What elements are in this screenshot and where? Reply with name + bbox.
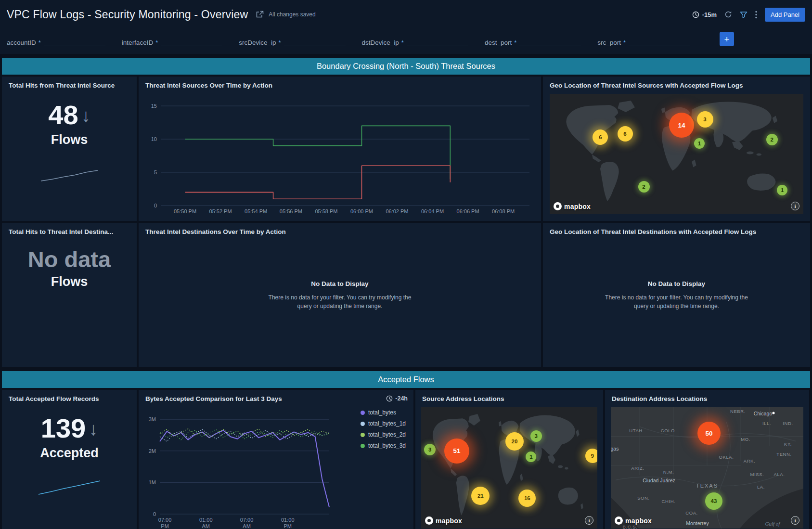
row-threat-destinations: Total Hits to Threat Intel Destina... No… xyxy=(2,223,810,367)
filter-bar: accountID* interfaceID* srcDevice_ip* ds… xyxy=(0,29,812,54)
map-bubble[interactable]: 43 xyxy=(705,492,722,510)
world-map[interactable]: mapbox i 351203192116 xyxy=(421,407,597,529)
stat-value: 48 xyxy=(48,102,78,129)
panel-time-range[interactable]: -24h xyxy=(386,395,408,402)
clock-icon xyxy=(692,11,699,18)
svg-text:01:00PM: 01:00PM xyxy=(281,517,295,529)
svg-text:0: 0 xyxy=(153,511,156,517)
map-bubble[interactable]: 1 xyxy=(694,138,705,149)
filter-input[interactable] xyxy=(407,39,468,46)
map-bubble[interactable]: 2 xyxy=(766,134,778,145)
map-bubble[interactable]: 1 xyxy=(526,452,536,462)
filter-src-port[interactable]: src_port* xyxy=(597,39,690,46)
filter-label: interfaceID xyxy=(122,39,153,46)
no-data-text: query or updating the time range. xyxy=(634,302,719,310)
panel-title: Total Hits to Threat Intel Destina... xyxy=(2,223,137,235)
stat-unit: Flows xyxy=(51,132,88,147)
svg-text:05:58 PM: 05:58 PM xyxy=(315,208,337,214)
panel-total-hits-dest: Total Hits to Threat Intel Destina... No… xyxy=(2,223,137,367)
filter-icon[interactable] xyxy=(740,11,748,18)
required-asterisk: * xyxy=(39,39,41,46)
required-asterisk: * xyxy=(278,39,281,46)
kebab-menu-icon[interactable] xyxy=(755,11,757,19)
filter-input[interactable] xyxy=(284,39,346,46)
map-bubble[interactable]: 1 xyxy=(777,185,787,195)
filter-srcdevice-ip[interactable]: srcDevice_ip* xyxy=(239,39,345,46)
mapbox-logo-icon xyxy=(554,202,562,210)
required-asterisk: * xyxy=(514,39,516,46)
mapbox-attribution[interactable]: mapbox xyxy=(425,516,462,525)
legend-swatch xyxy=(361,411,365,415)
filter-dstdevice-ip[interactable]: dstDevice_ip* xyxy=(362,39,468,46)
trend-down-icon: ↓ xyxy=(89,420,98,438)
map-bubble[interactable]: 6 xyxy=(593,129,608,145)
info-icon[interactable]: i xyxy=(585,516,593,525)
panel-time-label: -24h xyxy=(395,395,408,402)
filter-label: dest_port xyxy=(485,39,512,46)
refresh-icon[interactable] xyxy=(724,11,732,18)
legend-item[interactable]: total_bytes xyxy=(361,409,406,416)
no-data-message: No Data to Display There is no data for … xyxy=(139,223,541,367)
svg-text:06:08 PM: 06:08 PM xyxy=(492,208,515,214)
map-bubble[interactable]: 3 xyxy=(697,111,713,128)
add-panel-button[interactable]: Add Panel xyxy=(765,8,805,22)
map-bubble[interactable]: 21 xyxy=(471,487,490,505)
filter-interfaceid[interactable]: interfaceID* xyxy=(122,39,222,46)
svg-text:07:00PM: 07:00PM xyxy=(158,517,172,529)
legend-item[interactable]: total_bytes_3d xyxy=(361,442,406,449)
map-bubble[interactable]: 20 xyxy=(505,432,524,451)
filter-input[interactable] xyxy=(519,39,581,46)
map-bubble[interactable]: 51 xyxy=(444,439,469,464)
filter-label: accountID xyxy=(7,39,36,46)
sparkline xyxy=(40,169,99,182)
share-icon[interactable] xyxy=(256,11,264,18)
section-title: Accepted Flows xyxy=(378,375,434,384)
panel-dest-locations: Destination Address Locations mapbox xyxy=(605,390,809,529)
mapbox-attribution[interactable]: mapbox xyxy=(554,202,591,210)
map-bubble[interactable]: 50 xyxy=(697,422,721,445)
legend-swatch xyxy=(361,433,365,437)
chart-area: 01M2M3M07:00PM01:00AM07:00AM01:00PM xyxy=(142,408,334,529)
svg-text:06:00 PM: 06:00 PM xyxy=(350,208,373,214)
map-bubble[interactable]: 9 xyxy=(585,449,597,463)
us-map[interactable]: mapbox i 5043NEBR.ChicagoILL.IND.UTAHCOL… xyxy=(611,407,803,529)
panel-title: Threat Intel Sources Over Time by Action xyxy=(139,77,541,89)
map-bubble[interactable]: 14 xyxy=(669,113,694,138)
panel-title: Bytes Accepted Comparison for Last 3 Day… xyxy=(139,390,386,402)
info-icon[interactable]: i xyxy=(791,516,799,525)
svg-text:05:54 PM: 05:54 PM xyxy=(245,208,267,214)
panel-destinations-over-time: Threat Intel Destinations Over Time by A… xyxy=(139,223,541,367)
no-data-text: query or updating the time range. xyxy=(297,302,383,310)
stat-unit: Accepted xyxy=(40,446,99,461)
filter-input[interactable] xyxy=(44,39,105,46)
map-bubble[interactable]: 2 xyxy=(638,181,650,193)
panel-total-hits-source: Total Hits from Threat Intel Source 48 ↓… xyxy=(2,77,137,221)
filter-input[interactable] xyxy=(629,39,690,46)
filter-dest-port[interactable]: dest_port* xyxy=(485,39,581,46)
legend-item[interactable]: total_bytes_2d xyxy=(361,431,406,438)
add-filter-button[interactable]: + xyxy=(720,32,734,46)
svg-text:06:04 PM: 06:04 PM xyxy=(421,208,444,214)
svg-text:0: 0 xyxy=(154,203,157,208)
svg-text:15: 15 xyxy=(151,103,157,109)
panel-total-accepted: Total Accepted Flow Records 139 ↓ Accept… xyxy=(2,390,137,529)
mapbox-wordmark: mapbox xyxy=(436,517,462,525)
filter-accountid[interactable]: accountID* xyxy=(7,39,105,46)
legend-item[interactable]: total_bytes_1d xyxy=(361,420,406,427)
mapbox-logo-icon xyxy=(615,516,623,525)
svg-text:05:50 PM: 05:50 PM xyxy=(174,208,196,214)
world-map[interactable]: mapbox i 661431221 xyxy=(550,94,803,214)
section-header-threat-sources: Boundary Crossing (North - South) Threat… xyxy=(2,58,810,75)
map-bubble[interactable]: 3 xyxy=(424,444,436,455)
map-bubble[interactable]: 6 xyxy=(618,126,633,142)
stat-block: 48 ↓ Flows xyxy=(2,89,137,182)
mapbox-attribution[interactable]: mapbox xyxy=(615,516,652,525)
svg-text:05:52 PM: 05:52 PM xyxy=(209,208,232,214)
map-bubble[interactable]: 16 xyxy=(518,490,536,507)
svg-text:10: 10 xyxy=(151,136,157,142)
row-threat-sources: Total Hits from Threat Intel Source 48 ↓… xyxy=(2,77,810,221)
time-range-control[interactable]: -15m xyxy=(692,11,717,18)
info-icon[interactable]: i xyxy=(791,202,799,210)
filter-input[interactable] xyxy=(161,39,222,46)
map-bubble[interactable]: 3 xyxy=(530,430,542,442)
